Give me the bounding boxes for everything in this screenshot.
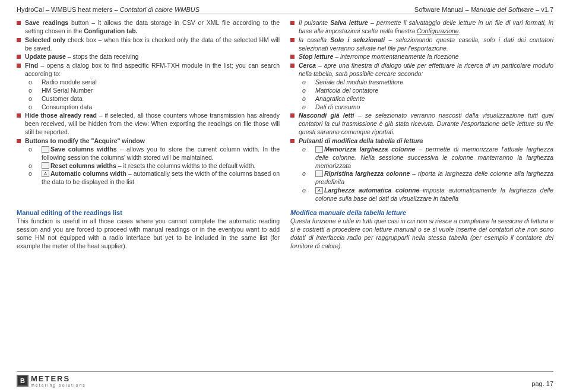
sub-list-item: oCustomer data xyxy=(42,95,280,103)
salva-letture-label: Salva letture xyxy=(330,19,368,26)
logo-text: METERS xyxy=(31,374,86,383)
text: – it resets the columns widths to the de… xyxy=(116,162,256,169)
sub-list-item: oHM Serial Number xyxy=(42,87,280,95)
memorizza-label: Memorizza larghezza colonne xyxy=(324,146,415,153)
save-readings-label: Save readings xyxy=(25,19,68,26)
nascondi-letti-label: Nascondi già letti xyxy=(299,112,354,119)
header-right-en: Software Manual xyxy=(414,6,464,13)
column-italian: Il pulsante Salva letture – permette il … xyxy=(290,19,553,204)
header-left-en: HydroCal – WMBUS heat meters xyxy=(17,6,112,13)
page-header: HydroCal – WMBUS heat meters – Contatori… xyxy=(17,6,553,14)
list-item: Save readings button – it allows the dat… xyxy=(17,19,280,36)
reset-cols-label: Reset columns widths xyxy=(50,162,116,169)
ripristina-icon xyxy=(315,170,323,177)
header-version: v1.7 xyxy=(541,6,553,13)
bullet-list-it: Il pulsante Salva letture – permette il … xyxy=(290,19,553,203)
logo-subtext: metering solutions xyxy=(31,383,86,387)
sub-list: oSeriale del modulo trasmettitore oMatri… xyxy=(299,78,553,111)
sub-list-item: oAAutomatic columns width – automaticall… xyxy=(42,170,280,186)
header-left: HydroCal – WMBUS heat meters – Contatori… xyxy=(17,6,200,13)
sub-list-item: oMemorizza larghezza colonne – permette … xyxy=(315,146,553,170)
ripristina-label: Ripristina larghezza colonne xyxy=(324,170,410,177)
text: – opens a dialog box to find aspecific R… xyxy=(25,62,280,77)
list-item: Pulsanti di modifica della tabella di le… xyxy=(290,137,553,203)
main-columns: Save readings button – it allows the dat… xyxy=(17,19,553,204)
list-item: Stop letture – interrompe momentaneament… xyxy=(290,53,553,61)
section-heading-it: Modifica manuale della tabella letture xyxy=(290,208,553,217)
text: Anagrafica cliente xyxy=(315,95,365,102)
text: Il pulsante xyxy=(299,19,330,26)
sub-list-item: oAnagrafica cliente xyxy=(315,95,553,103)
text: . xyxy=(459,27,461,34)
stop-letture-label: Stop letture xyxy=(299,53,333,60)
sub-list-item: oSeriale del modulo trasmettitore xyxy=(315,78,553,87)
list-item: la casella Solo i selezionati – selezion… xyxy=(290,36,553,53)
text: HM Serial Number xyxy=(42,87,93,94)
sub-list-item: oMatricola del contatore xyxy=(315,87,553,95)
list-item: Selected only check box – when this box … xyxy=(17,36,280,53)
sub-list-item: oConsumption data xyxy=(42,103,280,112)
section-body-it: Questa funzione è utile in tutti quei ca… xyxy=(290,217,553,250)
list-item: Il pulsante Salva letture – permette il … xyxy=(290,19,553,36)
find-label: Find xyxy=(25,62,38,69)
sub-list-item: oRipristina larghezza colonne – riporta … xyxy=(315,170,553,186)
sub-list-item: oALarghezza automatica colonne–imposta a… xyxy=(315,186,553,203)
pulsanti-modifica-label: Pulsanti di modifica della tabella di le… xyxy=(299,137,423,144)
sub-list-item: oRadio module serial xyxy=(42,78,280,87)
memorizza-icon xyxy=(315,146,323,153)
text: Customer data xyxy=(42,95,83,102)
reset-columns-icon xyxy=(42,162,49,169)
auto-columns-icon: A xyxy=(42,170,49,177)
list-item: Buttons to modify the "Acquire" window o… xyxy=(17,137,280,186)
sub-list-item: oSave columns widths – allows you to sto… xyxy=(42,146,280,162)
text: Consumption data xyxy=(42,103,92,110)
auto-it-icon: A xyxy=(315,187,323,194)
configurazione-label: Configurazione xyxy=(417,27,459,34)
list-item: Find – opens a dialog box to find aspeci… xyxy=(17,62,280,111)
column-english: Save readings button – it allows the dat… xyxy=(17,19,280,204)
text: Dati di consumo xyxy=(315,103,360,110)
sub-list: oMemorizza larghezza colonne – permette … xyxy=(299,146,553,203)
manual-edit-en: Manual editing of the readings list This… xyxy=(17,208,280,251)
page-footer: B METERS metering solutions pag. 17 xyxy=(17,371,553,387)
header-left-it: – Contatori di calore WMBUS xyxy=(112,6,200,13)
section-heading-en: Manual editing of the readings list xyxy=(17,208,280,217)
list-item: Update pause – stops the data receiving xyxy=(17,53,280,61)
selected-only-label: Selected only xyxy=(25,36,65,43)
text: – interrompe momentaneamente la ricezion… xyxy=(333,53,458,60)
logo-mark: B xyxy=(17,375,28,387)
text: – stops the data receiving xyxy=(66,53,139,60)
sub-list: oSave columns widths – allows you to sto… xyxy=(25,146,280,186)
config-tab-label: Configuration tab. xyxy=(84,27,137,34)
header-right: Software Manual – Manuale del Software –… xyxy=(414,6,553,13)
text: – apre una finestra di dialogo utile per… xyxy=(299,62,553,77)
section-body-en: This function is useful in all those cas… xyxy=(17,217,280,250)
sub-list-item: oReset columns widths – it resets the co… xyxy=(42,162,280,170)
solo-selezionati-label: Solo i selezionati xyxy=(330,36,385,43)
logo-text-wrap: METERS metering solutions xyxy=(31,374,86,387)
buttons-modify-label: Buttons to modify the "Acquire" window xyxy=(25,137,145,144)
hide-already-read-label: Hide those already read xyxy=(25,112,97,119)
text: Seriale del modulo trasmettitore xyxy=(315,78,403,86)
page-number: pag. 17 xyxy=(531,380,553,387)
bullet-list-en: Save readings button – it allows the dat… xyxy=(17,19,280,186)
update-pause-label: Update pause xyxy=(25,53,66,60)
list-item: Hide those already read – if selected, a… xyxy=(17,112,280,137)
text: Matricola del contatore xyxy=(315,87,378,94)
larghezza-auto-label: Larghezza automatica colonne xyxy=(324,186,419,194)
text: la casella xyxy=(299,36,330,43)
text: Radio module serial xyxy=(42,78,97,86)
cerca-label: Cerca xyxy=(299,62,316,69)
auto-cols-label: Automatic columns width xyxy=(50,170,126,177)
sub-list-item: oDati di consumo xyxy=(315,103,553,112)
header-right-it: – Manuale del Software – xyxy=(463,6,541,13)
list-item: Cerca – apre una finestra di dialogo uti… xyxy=(290,62,553,111)
list-item: Nascondi già letti – se selezionato verr… xyxy=(290,112,553,137)
manual-edit-section: Manual editing of the readings list This… xyxy=(17,208,553,251)
manual-edit-it: Modifica manuale della tabella letture Q… xyxy=(290,208,553,251)
brand-logo: B METERS metering solutions xyxy=(17,374,86,387)
save-columns-icon xyxy=(42,146,49,153)
save-cols-label: Save columns widths xyxy=(50,146,117,153)
sub-list: oRadio module serial oHM Serial Number o… xyxy=(25,78,280,111)
